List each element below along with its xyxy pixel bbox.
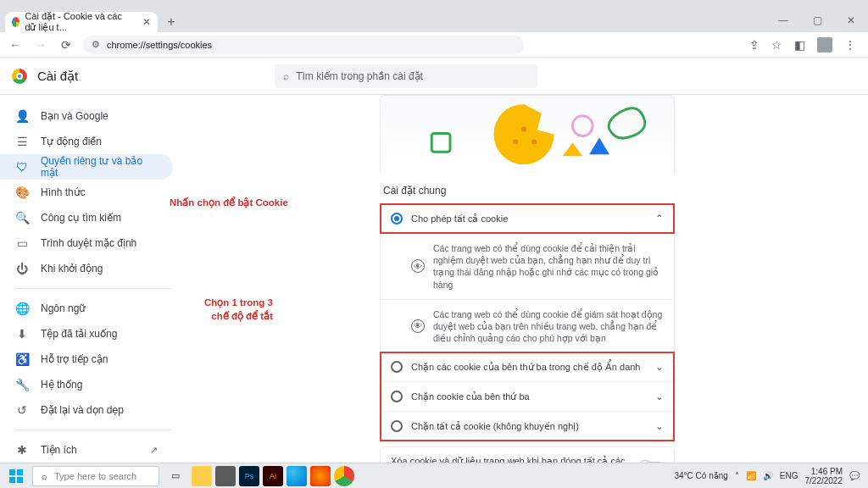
row-clear-on-exit[interactable]: Xóa cookie và dữ liệu trang web khi bạn … (381, 447, 674, 463)
sidebar-item-default-browser[interactable]: ▭Trình duyệt mặc định (0, 230, 173, 256)
sidebar-label: Đặt lại và dọn dẹp (41, 404, 124, 416)
annotation-choose: Chọn 1 trong 3 chế độ để tắt (188, 297, 273, 323)
sidebar-item-you-google[interactable]: 👤Bạn và Google (0, 103, 173, 129)
chevron-down-icon: ⌄ (655, 420, 664, 432)
sidebar-item-system[interactable]: 🔧Hệ thống (0, 372, 173, 397)
settings-body: 👤Bạn và Google ☰Tự động điền 🛡Quyền riên… (0, 95, 868, 463)
chevron-down-icon: ⌄ (655, 391, 664, 402)
option-desc-row: 👁 Các trang web có thể dùng cookie để gi… (381, 299, 674, 353)
tab-title: Cài đặt - Cookie và các dữ liệu t... (25, 11, 136, 33)
browser-tab[interactable]: Cài đặt - Cookie và các dữ liệu t... ✕ (5, 12, 158, 32)
option-block-incognito[interactable]: Chặn các cookie của bên thứ ba trong chế… (381, 352, 674, 381)
chevron-down-icon: ⌄ (655, 361, 664, 373)
settings-sidebar: 👤Bạn và Google ☰Tự động điền 🛡Quyền riên… (0, 95, 186, 463)
svg-point-1 (531, 139, 537, 144)
app-firefox[interactable] (310, 466, 331, 486)
svg-rect-10 (17, 477, 23, 483)
tray-chevron-icon[interactable]: ˄ (735, 471, 739, 480)
close-tab-icon[interactable]: ✕ (142, 16, 151, 28)
app-edge[interactable] (287, 466, 307, 486)
page-title: Cài đặt (37, 69, 78, 84)
new-tab-button[interactable]: + (161, 12, 181, 32)
radio-icon (391, 420, 403, 432)
notifications-icon[interactable]: 💬 (849, 471, 860, 480)
ime-icon[interactable]: ENG (780, 471, 798, 480)
option-desc: Các trang web có thể dùng cookie để cải … (433, 242, 664, 291)
sidebar-item-autofill[interactable]: ☰Tự động điền (0, 129, 173, 154)
download-icon: ⬇ (15, 327, 29, 341)
app-chrome[interactable] (334, 466, 354, 486)
block-options-group: Chặn các cookie của bên thứ ba trong chế… (381, 352, 674, 441)
chevron-up-icon: ⌃ (655, 213, 664, 225)
sidebar-item-privacy[interactable]: 🛡Quyền riêng tư và bảo mật (0, 154, 173, 180)
search-engine-icon: 🔍 (15, 211, 29, 225)
network-icon[interactable]: 📶 (746, 471, 756, 480)
option-block-all[interactable]: Chặn tất cả cookie (không khuyến nghị) ⌄ (381, 411, 674, 441)
sidebar-label: Tiện ích (41, 444, 77, 456)
sidebar-item-reset[interactable]: ↺Đặt lại và dọn dẹp (0, 397, 173, 423)
sidebar-item-extensions[interactable]: ✱Tiện ích↗ (0, 437, 173, 463)
option-label: Chặn tất cả cookie (không khuyến nghị) (411, 421, 579, 432)
close-window-button[interactable]: ✕ (834, 8, 868, 32)
menu-icon[interactable]: ⋮ (844, 38, 856, 52)
sidebar-item-appearance[interactable]: 🎨Hình thức (0, 180, 173, 205)
clock-time[interactable]: 1:46 PM (805, 467, 843, 476)
url-text: chrome://settings/cookies (107, 40, 212, 50)
sidebar-item-languages[interactable]: 🌐Ngôn ngữ (0, 296, 173, 321)
settings-search[interactable]: ⌕ Tìm kiếm trong phần cài đặt (275, 64, 537, 88)
reload-button[interactable]: ⟳ (58, 36, 75, 53)
app-explorer[interactable] (192, 466, 212, 486)
task-view-button[interactable]: ▭ (163, 465, 188, 487)
bookmark-icon[interactable]: ☆ (771, 38, 782, 52)
start-button[interactable] (3, 465, 29, 487)
sidebar-item-downloads[interactable]: ⬇Tệp đã tải xuống (0, 321, 173, 347)
globe-icon: 🌐 (15, 302, 29, 315)
radio-icon (391, 391, 403, 402)
minimize-button[interactable]: — (766, 8, 800, 32)
sidebar-item-accessibility[interactable]: ♿Hỗ trợ tiếp cận (0, 347, 173, 372)
profile-avatar[interactable] (817, 37, 832, 53)
autofill-icon: ☰ (15, 135, 29, 148)
cookie-options-card: Cho phép tất cả cookie ⌃ 👁 Các trang web… (380, 203, 675, 441)
sidebar-separator (15, 430, 171, 430)
app-generic[interactable] (215, 466, 236, 486)
option-allow-all[interactable]: Cho phép tất cả cookie ⌃ (381, 204, 674, 233)
accessibility-icon: ♿ (15, 352, 29, 366)
taskbar-search[interactable]: ⌕ Type here to search (32, 466, 159, 486)
settings-header: Cài đặt ⌕ Tìm kiếm trong phần cài đặt (0, 58, 868, 95)
url-box[interactable]: ⚙ chrome://settings/cookies (83, 36, 524, 54)
svg-point-4 (572, 116, 593, 136)
cookies-hero-illustration (380, 95, 675, 173)
extensions-icon[interactable]: ◧ (794, 38, 805, 52)
toggle-off[interactable] (640, 462, 664, 463)
system-tray[interactable]: 34°C Có nắng ˄ 📶 🔊 ENG 1:46 PM 7/22/2022… (674, 467, 865, 485)
cookie-extra-card: Xóa cookie và dữ liệu trang web khi bạn … (380, 446, 675, 463)
chrome-logo-icon (12, 69, 27, 84)
share-icon[interactable]: ⇪ (749, 38, 760, 52)
sidebar-label: Ngôn ngữ (41, 302, 86, 314)
svg-rect-3 (431, 134, 450, 152)
sidebar-label: Quyền riêng tư và bảo mật (41, 155, 158, 179)
site-info-icon[interactable]: ⚙ (92, 39, 100, 50)
reset-icon: ↺ (15, 403, 29, 417)
maximize-button[interactable]: ▢ (800, 8, 834, 32)
shield-icon: 🛡 (15, 160, 29, 174)
eye-icon: 👁 (411, 319, 425, 333)
volume-icon[interactable]: 🔊 (763, 471, 773, 480)
back-button[interactable]: ← (7, 36, 24, 53)
sidebar-item-startup[interactable]: ⏻Khi khởi động (0, 256, 173, 281)
radio-selected-icon (391, 213, 403, 225)
os-titlebar (0, 0, 868, 8)
app-photoshop[interactable]: Ps (239, 466, 259, 486)
clock-date[interactable]: 7/22/2022 (805, 476, 843, 485)
option-block-third-party[interactable]: Chặn cookie của bên thứ ba ⌄ (381, 381, 674, 411)
toolbar-right: ⇪ ☆ ◧ ⋮ (749, 37, 861, 53)
sidebar-item-search-engine[interactable]: 🔍Công cụ tìm kiếm (0, 205, 173, 230)
forward-button[interactable]: → (32, 36, 49, 53)
search-icon: ⌕ (42, 471, 47, 481)
extension-icon: ✱ (15, 443, 29, 457)
app-illustrator[interactable]: Ai (263, 466, 283, 486)
search-placeholder: Tìm kiếm trong phần cài đặt (296, 70, 423, 82)
weather-widget[interactable]: 34°C Có nắng (674, 471, 727, 480)
sidebar-label: Tệp đã tải xuống (41, 328, 117, 340)
